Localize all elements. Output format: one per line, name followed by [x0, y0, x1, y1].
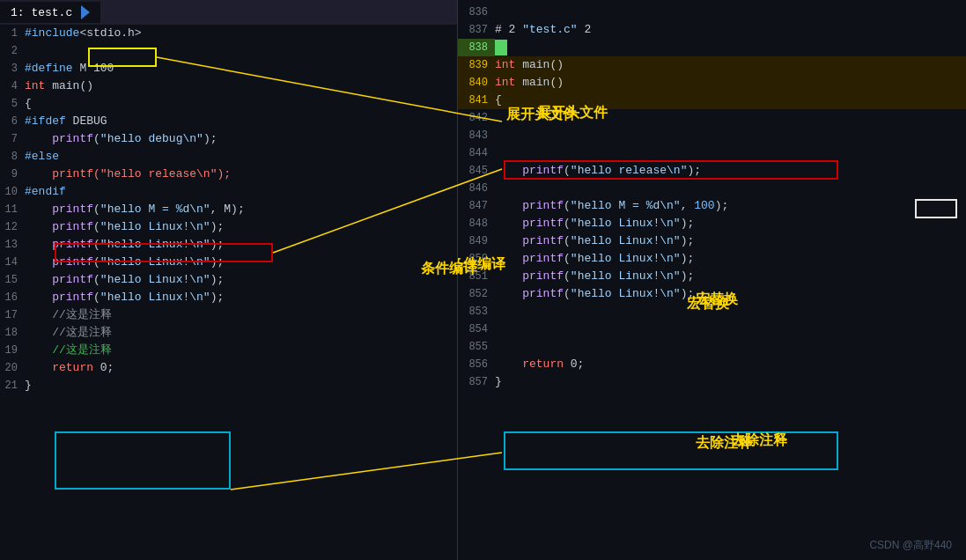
table-row: 13 printf("hello Linux!\n"); — [0, 236, 457, 254]
watermark: CSDN @高野440 — [869, 538, 952, 553]
table-row: 19 //这是注释 — [0, 342, 457, 359]
tab-arrow-icon — [81, 5, 90, 19]
table-row: 15 printf("hello Linux!\n"); — [0, 271, 457, 289]
annotation-expand-header: 展开头文件 — [537, 104, 608, 122]
table-row: 841 { — [458, 92, 966, 109]
table-row: 6 #ifdef DEBUG — [0, 113, 457, 130]
main-container: 1: test.c 1 #include<stdio.h> 2 3 #defin… — [0, 0, 966, 560]
table-row: 836 — [458, 4, 966, 21]
table-row: 849 printf("hello Linux!\n"); — [458, 232, 966, 250]
table-row: 856 return 0; — [458, 356, 966, 373]
table-row: 3 #define M 100 — [0, 60, 457, 77]
table-row: 844 — [458, 144, 966, 162]
tab-label: 1: test.c — [11, 6, 72, 19]
box-empty-right — [504, 431, 838, 470]
table-row: 18 //这是注释 — [0, 324, 457, 342]
annotation-conditional: 条件编译 — [458, 255, 505, 274]
table-row: 17 //这是注释 — [0, 306, 457, 324]
table-row: 857 } — [458, 373, 966, 391]
annotation-remove-comments: 去除注释 — [731, 431, 787, 450]
table-row: 843 — [458, 127, 966, 144]
table-row: 21 } — [0, 377, 457, 394]
table-row: 854 — [458, 321, 966, 338]
table-row: 16 printf("hello Linux!\n"); — [0, 289, 457, 306]
left-code-area: 1 #include<stdio.h> 2 3 #define M 100 4 … — [0, 25, 457, 394]
table-row: 20 return 0; — [0, 359, 457, 377]
right-panel: 836 837 # 2 "test.c" 2 838 839 int main(… — [458, 0, 966, 560]
table-row: 850 printf("hello Linux!\n"); — [458, 250, 966, 268]
table-row: 11 printf("hello M = %d\n", M); — [0, 201, 457, 218]
table-row: 5 { — [0, 95, 457, 113]
right-code-area: 836 837 # 2 "test.c" 2 838 839 int main(… — [458, 0, 966, 391]
table-row: 839 int main() — [458, 56, 966, 74]
tab-bar: 1: test.c — [0, 0, 457, 25]
table-row: 847 printf("hello M = %d\n", 100); — [458, 197, 966, 215]
table-row: 10 #endif — [0, 183, 457, 201]
left-panel: 1: test.c 1 #include<stdio.h> 2 3 #defin… — [0, 0, 458, 560]
table-row: 12 printf("hello Linux!\n"); — [0, 218, 457, 236]
table-row: 851 printf("hello Linux!\n"); — [458, 268, 966, 285]
table-row: 845 printf("hello release\n"); — [458, 162, 966, 180]
table-row: 1 #include<stdio.h> — [0, 25, 457, 42]
table-row: 8 #else — [0, 148, 457, 166]
table-row: 842 — [458, 109, 966, 127]
table-row: 840 int main() — [458, 74, 966, 92]
annotation-macro: 宏替换 — [696, 291, 738, 309]
table-row: 837 # 2 "test.c" 2 — [458, 21, 966, 39]
box-comments — [55, 431, 231, 490]
table-row: 848 printf("hello Linux!\n"); — [458, 215, 966, 232]
table-row: 838 — [458, 39, 966, 56]
table-row: 14 printf("hello Linux!\n"); — [0, 254, 457, 271]
table-row: 9 printf("hello release\n"); — [0, 166, 457, 183]
table-row: 7 printf("hello debug\n"); — [0, 130, 457, 148]
tab-active[interactable]: 1: test.c — [0, 2, 100, 23]
table-row: 4 int main() — [0, 77, 457, 95]
table-row: 846 — [458, 180, 966, 197]
table-row: 2 — [0, 42, 457, 60]
table-row: 855 — [458, 338, 966, 356]
